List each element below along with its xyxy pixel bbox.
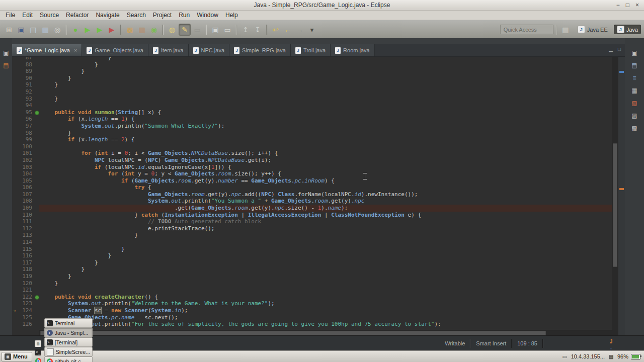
code-line[interactable]: 108 System.out.println("You Summon a " +… (12, 198, 612, 205)
new-package-icon[interactable]: ▦ (136, 24, 147, 35)
code-text[interactable]: } (39, 61, 612, 68)
display-icon[interactable]: ▭ (561, 353, 569, 360)
code-line[interactable]: 121 (12, 287, 612, 294)
line-number[interactable]: 113 (18, 232, 34, 239)
new-wizard-icon[interactable]: ⊞ (4, 24, 15, 35)
line-number[interactable]: 119 (18, 273, 34, 280)
ant-view-icon[interactable]: ▦ (630, 86, 639, 95)
line-number[interactable]: 104 (18, 170, 34, 177)
line-number[interactable]: 100 (18, 143, 34, 150)
line-number[interactable]: 110 (18, 212, 34, 219)
annotation-ruler-cell[interactable]: → (12, 307, 18, 314)
code-text[interactable]: } (39, 259, 612, 266)
code-line[interactable]: 113 } (12, 232, 612, 239)
annotation-ruler-cell[interactable] (12, 96, 18, 103)
annotation-ruler-cell[interactable] (12, 61, 18, 68)
code-text[interactable]: } (39, 75, 612, 82)
annotation-ruler-cell[interactable] (12, 184, 18, 191)
annotation-ruler-cell[interactable] (12, 109, 18, 116)
annotation-ruler-cell[interactable] (12, 294, 18, 301)
taskbar-task-terminal[interactable]: >_Terminal (44, 318, 93, 328)
code-text[interactable] (39, 88, 612, 96)
code-text[interactable]: } (39, 246, 612, 253)
line-number[interactable]: 87 (18, 57, 34, 61)
java-tray-icon[interactable]: J (607, 338, 615, 345)
annotation-ruler-cell[interactable] (12, 123, 18, 130)
code-text[interactable]: public void createCharacter() { (39, 294, 612, 301)
code-line[interactable]: 116 } (12, 252, 612, 259)
task-list-icon[interactable]: ▤ (630, 61, 639, 69)
annotation-ruler-cell[interactable] (12, 218, 18, 225)
annotations-icon[interactable]: ▭ (192, 24, 203, 35)
code-line[interactable]: 90 } (12, 75, 612, 82)
problems-view-icon[interactable]: ▧ (630, 99, 639, 107)
tray-ip-label[interactable]: 10.4.33.155... (571, 353, 605, 359)
line-number[interactable]: 121 (18, 287, 34, 294)
code-line[interactable]: 100 (12, 143, 612, 150)
line-number[interactable]: 107 (18, 191, 34, 198)
code-line[interactable]: 119 } (12, 273, 612, 280)
code-line[interactable]: 92 (12, 88, 612, 96)
code-text[interactable]: } (39, 266, 612, 273)
outline-icon[interactable]: ≡ (630, 73, 639, 82)
horizontal-scrollbar-thumb[interactable] (40, 331, 546, 335)
code-line[interactable]: 118 } (12, 266, 612, 273)
menu-file[interactable]: File (2, 11, 19, 19)
tab-roomjava[interactable]: JRoom.java (331, 44, 375, 56)
code-line[interactable]: 123 System.out.println("Welcome to the G… (12, 300, 612, 307)
annotation-ruler-cell[interactable] (12, 205, 18, 212)
line-number[interactable]: 108 (18, 198, 34, 205)
code-editor[interactable]: 87 }88 }89 }90 }91 }9293 }9495 public vo… (12, 57, 625, 336)
annotation-ruler-cell[interactable] (12, 68, 18, 75)
open-console-icon[interactable]: ▣ (210, 24, 221, 35)
line-number[interactable]: 101 (18, 150, 34, 157)
overview-tick[interactable] (619, 188, 624, 190)
annotation-ruler-cell[interactable] (12, 321, 18, 328)
run-icon[interactable]: ▶ (82, 24, 93, 35)
code-text[interactable]: } (39, 81, 612, 88)
search-dialog-icon[interactable]: ◎ (52, 24, 63, 35)
line-number[interactable]: 124 (18, 307, 34, 314)
line-number[interactable]: 123 (18, 300, 34, 307)
code-text[interactable]: // TODO Auto-generated catch block (39, 218, 612, 225)
line-number[interactable]: 116 (18, 252, 34, 259)
menu-project[interactable]: Project (149, 11, 175, 19)
code-line[interactable]: 96 if (x.length == 1) { (12, 116, 612, 123)
code-line[interactable]: 112 e.printStackTrace(); (12, 225, 612, 232)
volume-icon[interactable]: ♪ (607, 360, 615, 362)
line-number[interactable]: 102 (18, 157, 34, 164)
annotation-ruler-cell[interactable] (12, 191, 18, 198)
annotation-ruler-cell[interactable] (12, 57, 18, 61)
vertical-scrollbar-thumb[interactable] (613, 143, 617, 267)
dropdown-icon[interactable]: ▾ (306, 24, 317, 35)
restore-views-icon[interactable]: ▣ (2, 48, 11, 57)
code-line[interactable]: 103 if (localNPC.id.equalsIgnoreCase(x[1… (12, 164, 612, 171)
line-number[interactable]: 96 (18, 116, 34, 123)
package-explorer-icon[interactable]: ▤ (2, 61, 11, 69)
code-line[interactable]: 125 Game_Objects.pc.name = sc.next(); (12, 314, 612, 321)
print-icon[interactable]: ▤ (28, 24, 39, 35)
tab-itemjava[interactable]: JItem.java (148, 44, 189, 56)
run-config-icon[interactable]: ▶ (94, 24, 105, 35)
code-text[interactable]: } (39, 130, 612, 137)
menu-window[interactable]: Window (193, 11, 222, 19)
open-perspective-icon[interactable]: ▦ (560, 24, 571, 35)
tab-close-icon[interactable]: × (74, 47, 77, 53)
code-line[interactable]: 105 if (Game_Objects.room.get(y).number … (12, 177, 612, 185)
taskbar-task-java-simpl-[interactable]: ◐Java - Simpl... (44, 328, 93, 337)
vertical-scrollbar[interactable] (612, 57, 618, 336)
annotation-ruler-cell[interactable] (12, 246, 18, 253)
tab-simple_rpgjava[interactable]: JSimple_RPG.java (229, 44, 291, 56)
code-text[interactable]: NPC localNPC = (NPC) Game_Objects.NPCDat… (39, 157, 612, 164)
editor-maximize-icon[interactable]: □ (618, 46, 621, 52)
mark-occurrences-icon[interactable]: ✎ (179, 24, 191, 36)
menu-edit[interactable]: Edit (19, 11, 36, 19)
line-number[interactable]: 89 (18, 68, 34, 75)
annotation-ruler-cell[interactable] (12, 88, 18, 96)
code-scroll-area[interactable]: 87 }88 }89 }90 }91 }9293 }9495 public vo… (12, 57, 612, 336)
code-text[interactable]: System.out.println("For the sake of simp… (39, 321, 612, 328)
code-text[interactable]: if (x.length == 2) { (39, 136, 612, 143)
code-line[interactable]: 97 System.out.println("Summon What Exact… (12, 123, 612, 130)
code-line[interactable]: 88 } (12, 61, 612, 68)
code-text[interactable]: Game_Objects.pc.name = sc.next(); (39, 314, 612, 321)
